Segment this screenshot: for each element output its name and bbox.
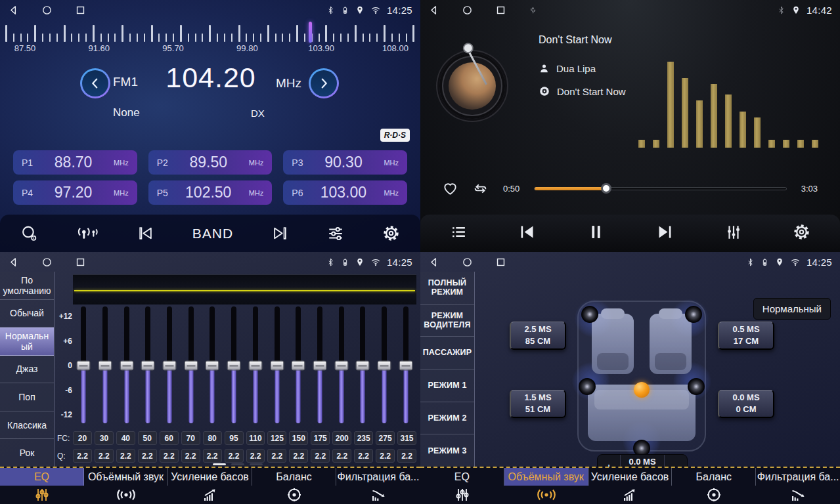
radio-preset-button[interactable]: P6 103.00 MHz [283, 180, 407, 205]
eq-band-slider[interactable] [137, 306, 159, 425]
eq-band-slider[interactable] [73, 306, 95, 425]
fc-value-box[interactable]: 60 [160, 431, 179, 445]
slider-knob[interactable] [334, 361, 348, 371]
eq-preset-item[interactable]: Джаз [0, 356, 54, 384]
q-value-box[interactable]: 2.2 [181, 449, 200, 463]
fc-value-box[interactable]: 275 [376, 431, 395, 445]
tab-filtering[interactable]: Фильтрация ба... [756, 468, 840, 504]
fc-value-box[interactable]: 175 [311, 431, 330, 445]
eq-band-slider[interactable] [352, 306, 374, 425]
home-icon[interactable] [462, 5, 473, 16]
audio-settings-button[interactable] [327, 225, 344, 242]
q-value-box[interactable]: 2.2 [138, 449, 157, 463]
eq-preset-item[interactable]: Рок [0, 439, 54, 467]
listening-mode-item[interactable]: РЕЖИМ 1 [420, 369, 474, 402]
eq-preset-item[interactable]: Классика [0, 411, 54, 440]
fc-value-box[interactable]: 110 [246, 431, 265, 445]
equalizer-button[interactable] [725, 224, 742, 243]
radio-preset-button[interactable]: P2 89.50 MHz [148, 150, 273, 175]
eq-band-slider[interactable] [395, 306, 416, 425]
fc-value-box[interactable]: 150 [289, 431, 308, 445]
eq-preset-item[interactable]: Обычай [0, 300, 54, 328]
q-value-box[interactable]: 2.2 [116, 449, 135, 463]
tab-surround[interactable]: Объёмный звук [504, 468, 588, 504]
fc-value-box[interactable]: 200 [332, 431, 351, 445]
slider-knob[interactable] [184, 361, 198, 371]
tab-bass-boost[interactable]: Усиление басов [168, 468, 252, 504]
settings-button[interactable] [383, 225, 399, 242]
back-icon[interactable] [428, 5, 439, 16]
fc-value-box[interactable]: 125 [267, 431, 286, 445]
listening-mode-item[interactable]: РЕЖИМ 3 [420, 434, 474, 467]
tab-bass-boost[interactable]: Усиление басов [588, 468, 673, 504]
slider-knob[interactable] [399, 361, 412, 371]
fc-value-box[interactable]: 315 [397, 431, 416, 445]
eq-band-slider[interactable] [159, 306, 181, 425]
q-value-box[interactable]: 2.2 [160, 449, 179, 463]
eq-band-slider[interactable] [374, 306, 395, 425]
sound-profile-button[interactable]: Нормальный [753, 298, 831, 320]
pause-button[interactable] [587, 223, 605, 243]
q-value-box[interactable]: 2.2 [311, 449, 330, 463]
slider-knob[interactable] [377, 361, 391, 371]
q-value-box[interactable]: 2.2 [397, 449, 416, 463]
slider-knob[interactable] [248, 361, 262, 371]
album-art-vinyl[interactable] [437, 51, 507, 121]
previous-track-button[interactable] [518, 223, 536, 243]
tab-eq[interactable]: EQ [420, 468, 504, 504]
listening-mode-item[interactable]: РЕЖИМ 2 [420, 402, 474, 435]
fc-value-box[interactable]: 235 [354, 431, 373, 445]
eq-band-slider[interactable] [180, 306, 202, 425]
eq-preset-item[interactable]: По умолчанию [0, 272, 54, 300]
next-station-button[interactable] [272, 225, 288, 242]
listening-mode-item[interactable]: РЕЖИМ ВОДИТЕЛЯ [420, 304, 474, 337]
slider-knob[interactable] [163, 361, 177, 371]
recents-icon[interactable] [495, 5, 506, 16]
seek-bar-thumb[interactable] [601, 183, 611, 194]
eq-band-slider[interactable] [116, 306, 137, 425]
radio-preset-button[interactable]: P3 90.30 MHz [283, 150, 407, 175]
q-value-box[interactable]: 2.2 [246, 449, 265, 463]
fc-value-box[interactable]: 30 [95, 431, 114, 445]
seek-bar[interactable] [534, 187, 786, 190]
rear-left-delay-button[interactable]: 1.5 MS 51 CM [510, 390, 566, 418]
previous-station-button[interactable] [137, 225, 154, 242]
tab-balance[interactable]: Баланс [672, 468, 756, 504]
repeat-icon[interactable] [472, 181, 489, 196]
playlist-button[interactable] [451, 224, 467, 243]
front-right-delay-button[interactable]: 0.5 MS 17 CM [718, 322, 774, 350]
listening-mode-item[interactable]: ПОЛНЫЙ РЕЖИМ [420, 272, 474, 304]
recents-icon[interactable] [75, 5, 86, 16]
q-value-box[interactable]: 2.2 [354, 449, 373, 463]
listening-position-marker[interactable] [634, 382, 650, 398]
recents-icon[interactable] [75, 257, 86, 268]
home-icon[interactable] [41, 257, 53, 268]
fc-value-box[interactable]: 20 [73, 431, 92, 445]
q-value-box[interactable]: 2.2 [95, 449, 114, 463]
eq-band-slider[interactable] [330, 306, 352, 425]
next-track-button[interactable] [656, 223, 674, 243]
recents-icon[interactable] [495, 257, 506, 268]
radio-preset-button[interactable]: P1 88.70 MHz [13, 150, 137, 175]
slider-knob[interactable] [77, 361, 91, 371]
q-value-box[interactable]: 2.2 [376, 449, 395, 463]
eq-band-slider[interactable] [202, 306, 223, 425]
q-value-box[interactable]: 2.2 [289, 449, 308, 463]
fc-value-box[interactable]: 80 [203, 431, 222, 445]
slider-knob[interactable] [141, 361, 155, 371]
tab-surround[interactable]: Объёмный звук [84, 468, 168, 504]
eq-band-slider[interactable] [309, 306, 331, 425]
rear-right-delay-button[interactable]: 0.0 MS 0 CM [718, 390, 774, 418]
slider-knob[interactable] [313, 361, 326, 371]
radio-preset-button[interactable]: P5 102.50 MHz [148, 180, 273, 205]
front-left-delay-button[interactable]: 2.5 MS 85 CM [510, 322, 566, 350]
slider-knob[interactable] [270, 361, 284, 371]
fc-value-box[interactable]: 70 [181, 431, 200, 445]
back-icon[interactable] [428, 257, 439, 268]
home-icon[interactable] [41, 5, 53, 16]
eq-band-slider[interactable] [223, 306, 245, 425]
band-button[interactable]: BAND [192, 226, 233, 242]
listening-mode-item[interactable]: ПАССАЖИР [420, 337, 474, 369]
eq-preset-item[interactable]: Поп [0, 383, 54, 411]
slider-knob[interactable] [120, 361, 133, 371]
